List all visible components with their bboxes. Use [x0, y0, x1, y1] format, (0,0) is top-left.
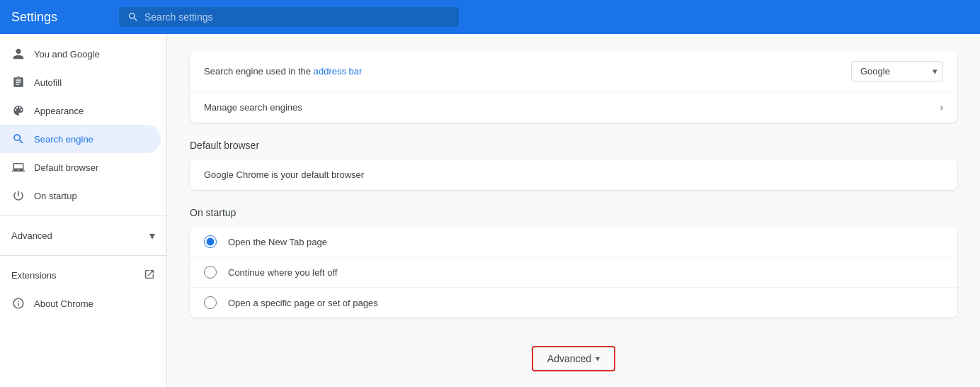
- sidebar-item-label: About Chrome: [34, 298, 93, 309]
- sidebar-divider: [0, 215, 166, 216]
- sidebar-item-search-engine[interactable]: Search engine: [0, 125, 161, 153]
- address-bar-link[interactable]: address bar: [314, 66, 363, 77]
- search-nav-icon: [11, 132, 25, 146]
- sidebar-item-label: Autofill: [34, 77, 62, 88]
- sidebar-item-label: You and Google: [34, 49, 100, 60]
- advanced-button[interactable]: Advanced ▾: [532, 346, 615, 371]
- manage-search-engines-row[interactable]: Manage search engines ›: [190, 92, 957, 123]
- chevron-right-icon: ›: [940, 102, 943, 113]
- search-engine-select[interactable]: Google Bing DuckDuckGo Yahoo: [851, 61, 943, 82]
- search-engine-row: Search engine used in the address bar Go…: [190, 51, 957, 92]
- assignment-icon: [11, 75, 25, 89]
- radio-row-continue[interactable]: Continue where you left off: [190, 257, 957, 288]
- default-browser-title: Default browser: [190, 140, 957, 151]
- advanced-button-label: Advanced: [547, 353, 591, 364]
- sidebar-item-default-browser[interactable]: Default browser: [0, 153, 161, 181]
- sidebar-divider-2: [0, 255, 166, 256]
- default-browser-card: Google Chrome is your default browser: [190, 159, 957, 190]
- computer-icon: [11, 160, 25, 174]
- topbar: Settings: [0, 0, 980, 34]
- sidebar-item-label: Search engine: [34, 134, 93, 145]
- radio-new-tab[interactable]: [204, 235, 217, 248]
- radio-label-new-tab: Open the New Tab page: [228, 237, 327, 247]
- advanced-chevron-icon: ▾: [596, 354, 600, 364]
- sidebar-item-on-startup[interactable]: On startup: [0, 181, 161, 210]
- on-startup-card: Open the New Tab page Continue where you…: [190, 227, 957, 318]
- sidebar-item-label: Appearance: [34, 106, 84, 116]
- app-title: Settings: [11, 10, 96, 25]
- sidebar: You and Google Autofill Appearance Searc…: [0, 34, 167, 387]
- search-engine-card: Search engine used in the address bar Go…: [190, 51, 957, 123]
- sidebar-item-about-chrome[interactable]: About Chrome: [0, 289, 161, 318]
- sidebar-item-you-and-google[interactable]: You and Google: [0, 40, 161, 68]
- manage-search-engines-label: Manage search engines: [204, 102, 940, 113]
- external-link-icon: [144, 269, 155, 282]
- search-engine-label: Search engine used in the address bar: [204, 66, 851, 77]
- sidebar-item-autofill[interactable]: Autofill: [0, 68, 161, 96]
- on-startup-title: On startup: [190, 207, 957, 218]
- radio-row-specific-page[interactable]: Open a specific page or set of pages: [190, 288, 957, 318]
- radio-row-new-tab[interactable]: Open the New Tab page: [190, 227, 957, 257]
- info-icon: [11, 296, 25, 310]
- search-icon: [127, 11, 139, 23]
- default-browser-status-row: Google Chrome is your default browser: [190, 159, 957, 190]
- search-bar[interactable]: [119, 7, 459, 27]
- sidebar-item-appearance[interactable]: Appearance: [0, 96, 161, 125]
- person-icon: [11, 47, 25, 61]
- palette-icon: [11, 103, 25, 118]
- extensions-label: Extensions: [11, 270, 57, 281]
- sidebar-item-extensions[interactable]: Extensions: [0, 262, 166, 289]
- power-icon: [11, 189, 25, 203]
- search-engine-select-wrapper: Google Bing DuckDuckGo Yahoo ▾: [851, 61, 943, 82]
- bottom-bar: Advanced ▾: [190, 335, 957, 383]
- layout: You and Google Autofill Appearance Searc…: [0, 34, 980, 387]
- main-content: Search engine used in the address bar Go…: [167, 34, 980, 387]
- default-browser-status: Google Chrome is your default browser: [204, 169, 943, 180]
- sidebar-item-label: Default browser: [34, 162, 98, 173]
- sidebar-item-advanced[interactable]: Advanced ▾: [0, 222, 166, 249]
- advanced-label: Advanced: [11, 230, 52, 241]
- search-input[interactable]: [144, 11, 450, 23]
- radio-continue[interactable]: [204, 266, 217, 279]
- radio-label-specific-page: Open a specific page or set of pages: [228, 298, 378, 308]
- radio-label-continue: Continue where you left off: [228, 267, 337, 278]
- chevron-down-icon: ▾: [149, 229, 155, 242]
- radio-specific-page[interactable]: [204, 296, 217, 309]
- sidebar-item-label: On startup: [34, 191, 77, 201]
